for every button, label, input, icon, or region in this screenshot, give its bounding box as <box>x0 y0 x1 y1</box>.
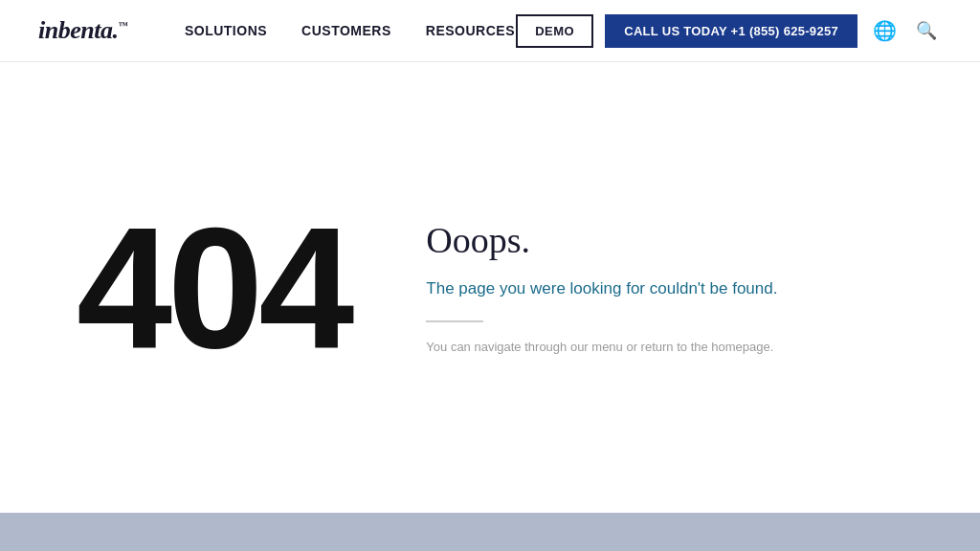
header-actions: DEMO CALL US TODAY +1 (855) 625-9257 🌐 🔍 <box>516 14 942 48</box>
error-message: Ooops. The page you were looking for cou… <box>426 219 903 356</box>
logo-text: inbenta.™ <box>38 16 127 45</box>
error-title: Ooops. <box>426 219 903 261</box>
error-description: The page you were looking for couldn't b… <box>426 276 903 301</box>
error-sub-text: You can navigate through our menu or ret… <box>426 338 903 357</box>
main-nav: SOLUTIONS CUSTOMERS RESOURCES <box>185 23 516 38</box>
site-header: inbenta.™ SOLUTIONS CUSTOMERS RESOURCES … <box>0 0 980 62</box>
nav-item-customers[interactable]: CUSTOMERS <box>301 23 391 38</box>
divider <box>426 320 483 322</box>
footer-bar <box>0 513 980 551</box>
nav-item-resources[interactable]: RESOURCES <box>426 23 515 38</box>
error-code: 404 <box>77 202 349 374</box>
search-icon[interactable]: 🔍 <box>911 15 942 46</box>
main-content: 404 Ooops. The page you were looking for… <box>0 62 980 513</box>
error-content: 404 Ooops. The page you were looking for… <box>77 202 903 374</box>
demo-button[interactable]: DEMO <box>516 14 593 48</box>
call-button[interactable]: CALL US TODAY +1 (855) 625-9257 <box>605 14 858 48</box>
globe-icon[interactable]: 🌐 <box>869 15 900 46</box>
nav-item-solutions[interactable]: SOLUTIONS <box>185 23 267 38</box>
logo[interactable]: inbenta.™ <box>38 16 127 45</box>
